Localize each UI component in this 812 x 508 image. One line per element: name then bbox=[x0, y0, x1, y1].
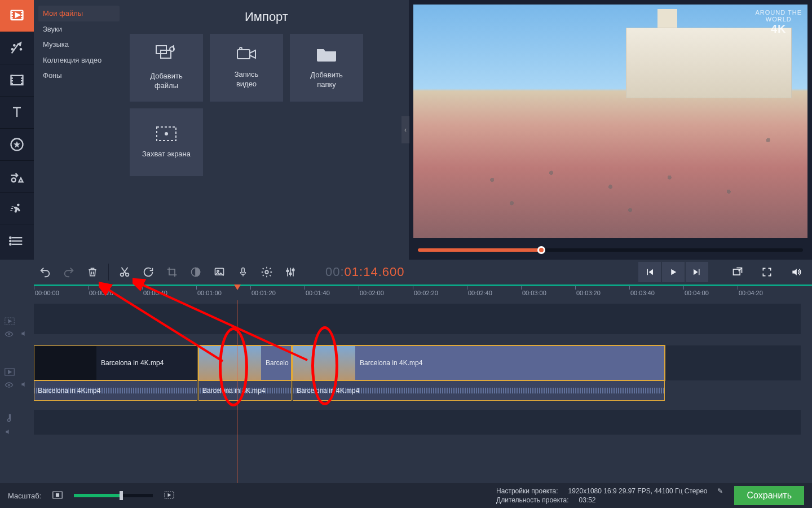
save-button[interactable]: Сохранить bbox=[734, 486, 804, 505]
svg-rect-58 bbox=[56, 493, 59, 496]
svg-point-36 bbox=[165, 132, 168, 135]
svg-point-43 bbox=[265, 270, 268, 274]
watermark: AROUND THE WORLD 4K bbox=[755, 9, 802, 35]
fullscreen-button[interactable] bbox=[756, 262, 778, 282]
svg-rect-49 bbox=[292, 269, 294, 271]
play-button[interactable] bbox=[662, 262, 685, 282]
svg-point-30 bbox=[10, 244, 11, 245]
svg-line-62 bbox=[139, 283, 307, 360]
svg-point-34 bbox=[240, 47, 242, 50]
svg-point-24 bbox=[12, 178, 16, 182]
mute-icon[interactable] bbox=[5, 428, 12, 438]
audio-clip-2[interactable]: Barcelona in 4K.mp4 bbox=[198, 380, 292, 401]
preview-area: AROUND THE WORLD 4K bbox=[409, 0, 812, 260]
project-duration-value: 03:52 bbox=[579, 496, 596, 504]
svg-marker-60 bbox=[168, 493, 171, 497]
svg-rect-48 bbox=[289, 273, 291, 275]
audio-clip-1[interactable]: Barcelona in 4K.mp4 bbox=[34, 380, 197, 401]
edit-settings-icon[interactable]: ✎ bbox=[717, 487, 723, 495]
svg-point-28 bbox=[10, 237, 11, 238]
svg-point-29 bbox=[10, 240, 11, 242]
volume-button[interactable] bbox=[785, 262, 807, 282]
prev-frame-button[interactable] bbox=[638, 262, 661, 282]
timecode-display: 00:01:14.600 bbox=[325, 265, 461, 279]
audio-clip-3[interactable]: Barcelona in 4K.mp4 bbox=[293, 380, 665, 401]
mute-icon[interactable] bbox=[20, 380, 28, 391]
video-track-head[interactable] bbox=[0, 366, 34, 378]
visibility-icon[interactable] bbox=[5, 380, 14, 391]
screen-capture-icon bbox=[156, 126, 177, 144]
svg-marker-55 bbox=[8, 370, 11, 374]
source-video-collection[interactable]: Коллекция видео bbox=[38, 52, 120, 68]
svg-rect-42 bbox=[242, 268, 245, 273]
tile-record-video[interactable]: Запись видео bbox=[210, 34, 283, 102]
linked-audio-lane[interactable]: Barcelona in 4K.mp4 Barcelona in 4K.mp4 … bbox=[34, 380, 801, 401]
next-frame-button[interactable] bbox=[686, 262, 708, 282]
video-clip-3[interactable]: Barcelona in 4K.mp4 bbox=[293, 345, 665, 380]
svg-marker-1 bbox=[16, 13, 20, 17]
preview-viewport[interactable]: AROUND THE WORLD 4K bbox=[413, 5, 807, 238]
tile-label: Добавить файлы bbox=[150, 72, 182, 91]
folder-icon bbox=[316, 46, 337, 65]
svg-point-8 bbox=[14, 45, 15, 46]
visibility-icon[interactable] bbox=[5, 330, 14, 340]
project-settings-label: Настройки проекта: bbox=[496, 487, 558, 495]
overlay-track-head[interactable] bbox=[0, 315, 34, 327]
tab-stickers[interactable] bbox=[0, 129, 34, 160]
tile-label: Запись видео bbox=[235, 70, 259, 89]
source-music[interactable]: Музыка bbox=[38, 37, 120, 52]
svg-point-41 bbox=[217, 270, 219, 272]
tile-add-folder[interactable]: Добавить папку bbox=[290, 34, 363, 102]
svg-rect-33 bbox=[237, 50, 250, 59]
detach-preview-button[interactable] bbox=[726, 262, 749, 282]
media-files-icon bbox=[155, 45, 178, 66]
redo-button[interactable] bbox=[58, 261, 80, 283]
mute-icon[interactable] bbox=[20, 330, 28, 340]
svg-point-9 bbox=[20, 49, 21, 50]
project-settings-value: 1920x1080 16:9 29.97 FPS, 44100 Гц Стере… bbox=[568, 487, 708, 495]
tab-transitions[interactable] bbox=[0, 64, 34, 96]
source-list: Мои файлы Звуки Музыка Коллекция видео Ф… bbox=[34, 0, 124, 260]
panel-title: Импорт bbox=[124, 0, 409, 34]
tab-titles[interactable] bbox=[0, 97, 34, 128]
svg-point-10 bbox=[12, 49, 13, 50]
audio-track-head[interactable] bbox=[0, 411, 34, 426]
status-bar: Масштаб: Настройки проекта:1920x1080 16:… bbox=[0, 483, 812, 508]
zoom-out-icon[interactable] bbox=[52, 491, 63, 501]
source-backgrounds[interactable]: Фоны bbox=[38, 68, 120, 84]
undo-button[interactable] bbox=[34, 261, 56, 283]
project-duration-label: Длительность проекта: bbox=[496, 496, 568, 504]
annotation-arrow-2 bbox=[133, 275, 313, 366]
preview-progress[interactable] bbox=[418, 248, 803, 252]
zoom-slider[interactable] bbox=[74, 494, 153, 497]
svg-point-37 bbox=[121, 273, 124, 277]
tile-add-files[interactable]: Добавить файлы bbox=[130, 34, 203, 102]
tab-more[interactable] bbox=[0, 225, 34, 257]
svg-marker-23 bbox=[14, 141, 20, 148]
import-panel: Мои файлы Звуки Музыка Коллекция видео Ф… bbox=[34, 0, 409, 260]
audio-lane[interactable] bbox=[34, 410, 801, 435]
svg-point-38 bbox=[126, 273, 129, 277]
source-my-files[interactable]: Мои файлы bbox=[38, 6, 120, 21]
tab-shapes[interactable] bbox=[0, 161, 34, 192]
svg-point-56 bbox=[8, 384, 10, 386]
svg-point-53 bbox=[8, 334, 10, 335]
tile-screen-capture[interactable]: Захват экрана bbox=[130, 108, 203, 176]
source-sounds[interactable]: Звуки bbox=[38, 21, 120, 37]
camcorder-icon bbox=[235, 46, 258, 64]
tab-import[interactable] bbox=[0, 0, 34, 32]
tile-label: Захват экрана bbox=[142, 150, 191, 159]
svg-marker-52 bbox=[8, 319, 11, 323]
tab-filters[interactable] bbox=[0, 32, 34, 64]
side-tab-strip bbox=[0, 0, 34, 260]
zoom-in-icon[interactable] bbox=[164, 491, 174, 501]
zoom-label: Масштаб: bbox=[8, 492, 41, 500]
tab-motion[interactable] bbox=[0, 193, 34, 225]
svg-rect-47 bbox=[286, 270, 288, 272]
tile-label: Добавить папку bbox=[310, 71, 342, 90]
panel-collapse-handle[interactable]: ‹ bbox=[401, 116, 409, 143]
